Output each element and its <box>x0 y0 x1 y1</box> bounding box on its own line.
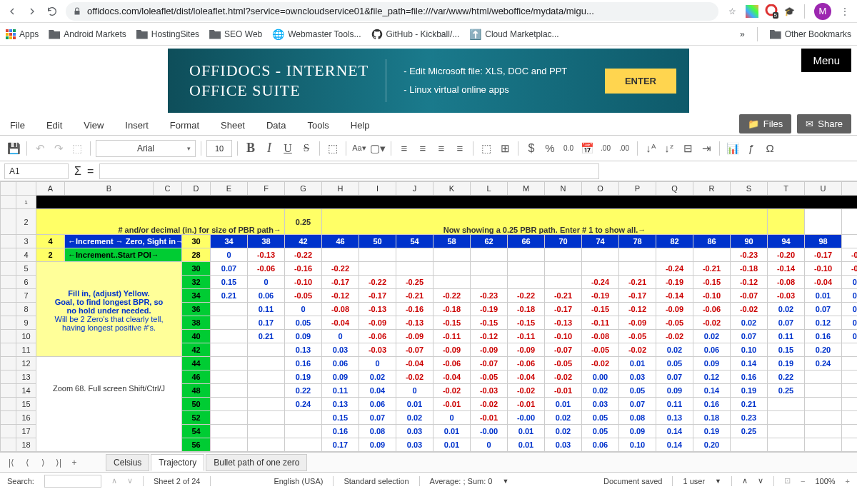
merge-icon[interactable]: ⊞ <box>497 141 513 156</box>
share-button[interactable]: ✉Share <box>797 114 851 133</box>
cell[interactable]: 0.06 <box>359 398 396 411</box>
cell[interactable]: -0.06 <box>248 262 285 276</box>
redo-icon[interactable]: ↷ <box>51 141 66 156</box>
cell[interactable] <box>842 425 858 438</box>
spreadsheet-grid[interactable]: A B C D E F G H I J K L M N O P Q R S T … <box>0 181 857 452</box>
bookmark-item[interactable]: ⬆️Cloud Marketplac... <box>469 29 558 40</box>
cell[interactable]: 0.18 <box>693 411 731 425</box>
cell[interactable]: -0.07 <box>396 343 433 357</box>
format-paint-icon[interactable]: ⬚ <box>69 141 85 156</box>
cell[interactable]: 0.07 <box>359 411 396 425</box>
cell[interactable]: 0.14 <box>693 384 731 398</box>
cell[interactable]: 0.05 <box>285 316 322 330</box>
col-header[interactable]: F <box>248 182 285 196</box>
cell[interactable]: 70 <box>545 235 582 248</box>
cell[interactable]: -0.13 <box>545 316 582 330</box>
profile-avatar[interactable]: M <box>814 3 831 20</box>
cell[interactable]: -0.10 <box>285 276 322 289</box>
cell[interactable] <box>211 371 248 384</box>
cell[interactable]: 0.07 <box>656 371 693 384</box>
cell[interactable]: 34 <box>182 289 211 303</box>
cell[interactable]: 74 <box>582 235 619 248</box>
zoom-out-icon[interactable]: − <box>801 477 805 485</box>
cell[interactable]: 0.02 <box>768 303 805 316</box>
cell[interactable]: 0.06 <box>842 289 858 303</box>
row-header[interactable]: 16 <box>16 411 36 425</box>
cell[interactable]: 0.19 <box>768 357 805 371</box>
cell[interactable]: 0 <box>285 303 322 316</box>
cell[interactable]: 0.21 <box>842 330 858 343</box>
cell[interactable]: -0.06 <box>359 330 396 343</box>
row-header[interactable]: 10 <box>16 330 36 343</box>
cell[interactable]: 0.11 <box>248 303 285 316</box>
cell[interactable]: -0.15 <box>582 303 619 316</box>
cell[interactable]: 0.19 <box>285 371 322 384</box>
cell[interactable]: -0.23 <box>471 289 508 303</box>
row-header[interactable]: 1 <box>16 196 36 209</box>
cell[interactable]: 0 <box>433 411 471 425</box>
cell[interactable]: 94 <box>768 235 805 248</box>
cell[interactable]: 54 <box>182 425 211 438</box>
dropdown-icon[interactable]: ▼ <box>715 478 721 485</box>
cell[interactable] <box>211 425 248 438</box>
next-icon[interactable]: ∨ <box>758 476 763 485</box>
cell[interactable]: -0.02 <box>582 357 619 371</box>
filter-icon[interactable]: ⊟ <box>680 141 696 156</box>
cell[interactable]: -0.15 <box>508 316 545 330</box>
cell[interactable]: 0.12 <box>693 371 731 384</box>
cell[interactable]: -0.02 <box>731 303 768 316</box>
cell[interactable]: 0.24 <box>805 357 842 371</box>
cell[interactable]: -0.15 <box>471 316 508 330</box>
cell[interactable]: -0.05 <box>656 316 693 330</box>
cell[interactable]: 0.12 <box>805 316 842 330</box>
cell[interactable]: -0.19 <box>656 276 693 289</box>
cell[interactable]: 0.21 <box>731 398 768 411</box>
cell[interactable]: 0.07 <box>731 330 768 343</box>
cell[interactable]: 0.02 <box>693 330 731 343</box>
cell[interactable]: 0.16 <box>805 330 842 343</box>
cell[interactable]: 0.01 <box>508 438 545 452</box>
cell[interactable]: 46 <box>322 235 359 248</box>
cell[interactable]: -0.19 <box>582 289 619 303</box>
cell[interactable]: 0.25 <box>731 425 768 438</box>
search-input[interactable] <box>44 475 101 488</box>
cell[interactable] <box>211 384 248 398</box>
cell[interactable]: 0.03 <box>582 398 619 411</box>
cell[interactable]: 0.10 <box>731 343 768 357</box>
cell[interactable]: -0.09 <box>359 316 396 330</box>
cell[interactable]: 0.00 <box>842 276 858 289</box>
row-header[interactable]: 17 <box>16 425 36 438</box>
cell[interactable]: -0.05 <box>285 289 322 303</box>
sum-icon[interactable]: Σ <box>74 165 81 178</box>
cell[interactable]: 0 <box>471 438 508 452</box>
cell[interactable]: -0.09 <box>619 316 656 330</box>
cell[interactable]: -0.06 <box>842 262 858 276</box>
cell-reference[interactable]: A1 <box>4 163 69 179</box>
col-header[interactable]: T <box>768 182 805 196</box>
cell[interactable] <box>248 343 285 357</box>
row-header[interactable]: 6 <box>16 276 36 289</box>
cell[interactable]: 0.17 <box>842 316 858 330</box>
cell[interactable]: 0.05 <box>582 411 619 425</box>
cell[interactable]: -0.01 <box>508 398 545 411</box>
cell[interactable] <box>433 262 471 276</box>
cell[interactable]: 42 <box>285 235 322 248</box>
menu-button[interactable]: Menu <box>801 49 851 72</box>
cell[interactable]: 0.22 <box>768 371 805 384</box>
cell[interactable]: -0.11 <box>582 316 619 330</box>
cell[interactable]: 0.09 <box>619 425 656 438</box>
cell[interactable]: 98 <box>805 235 842 248</box>
bookmark-item[interactable]: 🌐Webmaster Tools... <box>272 29 361 40</box>
bookmark-folder[interactable]: SEO Web <box>209 29 262 39</box>
cell[interactable]: -0.18 <box>433 303 471 316</box>
dropdown-icon[interactable]: ▼ <box>502 478 508 485</box>
cell[interactable]: -0.22 <box>433 289 471 303</box>
cell[interactable] <box>211 303 248 316</box>
col-header[interactable]: I <box>359 182 396 196</box>
cell[interactable]: -0.17 <box>322 276 359 289</box>
cell[interactable]: -0.17 <box>619 289 656 303</box>
other-bookmarks[interactable]: Other Bookmarks <box>770 29 851 39</box>
cell[interactable]: 0.13 <box>322 398 359 411</box>
cell[interactable]: 0.17 <box>248 316 285 330</box>
cell[interactable]: 0 <box>248 276 285 289</box>
